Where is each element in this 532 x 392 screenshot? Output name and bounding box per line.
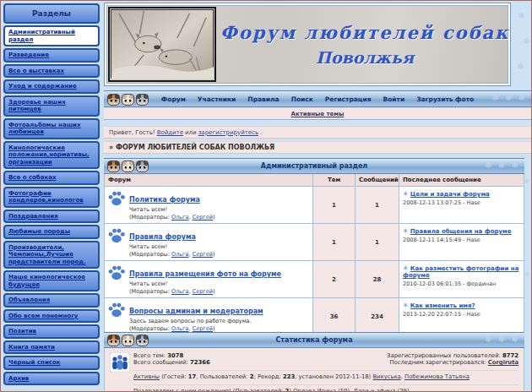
active-topics-link[interactable]: Активные темы	[291, 111, 345, 117]
sidebar-item-cynology-future[interactable]: Наше кинологическое будущее	[3, 270, 100, 291]
forum-link[interactable]: Правила размещения фото на форуме	[129, 270, 281, 278]
posts-count: 1	[355, 187, 399, 223]
birthday-age: (29)	[398, 388, 410, 392]
forum-description: Читать всем!	[129, 206, 309, 213]
last-post-link[interactable]: Как изменить имя?	[410, 302, 475, 309]
sidebar-item-archive[interactable]: Архив	[3, 372, 100, 386]
sidebar-item-blacklist[interactable]: Черный список	[3, 356, 100, 370]
sidebar-item-champions[interactable]: Производители, Чемпионы,Лучшие представи…	[3, 241, 100, 270]
moderator-link[interactable]: Сергей	[193, 288, 213, 295]
main-navbar: Форум Участники Правила Поиск Регистраци…	[104, 90, 531, 107]
topics-count: 1	[312, 187, 355, 223]
topics-count: 36	[312, 298, 355, 335]
sidebar-item-admin-section[interactable]: Административный раздел	[3, 25, 100, 46]
last-post-link[interactable]: Цели и задачи форума	[410, 191, 490, 198]
moderator-link[interactable]: Ольга	[171, 288, 189, 295]
nav-forum[interactable]: Форум	[161, 95, 186, 103]
total-topics-value: 3078	[167, 352, 183, 359]
register-link[interactable]: зарегистрируйтесь	[198, 129, 258, 136]
forum-link[interactable]: Вопросы админам и модераторам	[129, 308, 263, 315]
last-post-link[interactable]: Как разместить фотографии на форуме	[403, 265, 518, 279]
registered-value: 8772	[502, 352, 518, 359]
last-post-icon: ✳	[403, 227, 409, 235]
banner-title: Форум любителей собак Поволжья	[220, 3, 510, 85]
sidebar-item-memory-book[interactable]: Книга памяти	[3, 340, 100, 355]
snowflake-icon: ❄	[524, 178, 529, 185]
banner-title-line2: Поволжья	[316, 48, 414, 67]
greeting-bar: Привет, Гость! Войдите или зарегистрируй…	[104, 126, 531, 139]
sidebar-item-shows[interactable]: Все о выставках	[3, 64, 100, 79]
topics-count: 2	[312, 261, 355, 297]
forum-moderators: (Модераторы: Ольга, Сергей)	[129, 251, 309, 258]
moderator-link[interactable]: Сергей	[193, 325, 213, 332]
sidebar-item-all-about-dogs[interactable]: Все о собаках	[3, 171, 100, 185]
moderators-separator: ,	[189, 325, 191, 332]
birthday-user-link[interactable]: Орлова Ирина	[293, 388, 336, 392]
paw-icon	[108, 228, 125, 258]
active-user-link[interactable]: Викуська	[372, 373, 400, 380]
sidebar-item-health[interactable]: Здоровье наших питомцев	[3, 95, 100, 117]
sidebar-item-congratulations[interactable]: Поздравления	[3, 210, 100, 224]
nav-rules[interactable]: Правила	[247, 95, 279, 103]
sidebar-item-favorite-breeds[interactable]: Любимые породы	[3, 225, 100, 239]
moderator-link[interactable]: Ольга	[171, 214, 189, 220]
dog-icon	[136, 335, 149, 346]
posts-count: 28	[355, 261, 399, 297]
forum-row: Правила размещения фото на форуме Читать…	[105, 261, 524, 298]
sidebar-item-positive[interactable]: Позитив	[3, 324, 100, 339]
column-last-post: Последнее сообщение	[399, 174, 524, 186]
posts-count: 234	[355, 298, 399, 335]
total-posts-value: 72366	[190, 359, 210, 366]
forum-link[interactable]: Политика форума	[129, 196, 200, 204]
column-posts: Сообщений	[355, 174, 399, 186]
paw-icon	[108, 302, 125, 332]
snowflake-icon: ❄	[524, 271, 529, 278]
sidebar-item-handler-photos[interactable]: Фотографии хендлеров,кинологов	[3, 187, 100, 208]
dog-icon	[107, 161, 120, 172]
sidebar-item-breeding[interactable]: Разведение	[3, 48, 100, 63]
moderators-label: (Модераторы:	[129, 325, 170, 332]
nav-upload-photo[interactable]: Загрузить фото	[416, 95, 474, 103]
sidebar-item-ads[interactable]: Объявления	[3, 293, 100, 308]
statistics-header: Статистика форума ❄ ❄ ❄	[104, 332, 524, 348]
nav-login[interactable]: Войти	[383, 95, 404, 103]
forum-link[interactable]: Правила форума	[129, 233, 196, 241]
sidebar-item-care[interactable]: Уход и содержание	[3, 79, 100, 94]
nav-registration[interactable]: Регистрация	[325, 95, 372, 103]
dogs-decoration	[107, 335, 150, 346]
sidebar-item-misc[interactable]: Обо всем понемногу	[3, 309, 100, 324]
birthday-close: )	[289, 388, 291, 392]
active-topics-bar: Активные темы	[104, 107, 531, 120]
forum-row: Правила форума Читать всем! (Модераторы:…	[105, 224, 524, 261]
moderators-end: )	[213, 214, 215, 220]
dog-icon	[122, 335, 134, 346]
active-user-link[interactable]: Побежимова Татьяна	[404, 373, 470, 380]
active-mid3: , установлен 2012-11-18)	[295, 373, 371, 380]
moderator-link[interactable]: Сергей	[193, 251, 213, 258]
active-users-link[interactable]: Активны	[133, 373, 160, 380]
forum-row: Вопросы админам и модераторам Здесь зада…	[105, 298, 524, 335]
sidebar-item-photoalbums[interactable]: Фотоальбомы наших любимцев	[3, 118, 100, 139]
forum-moderators: (Модераторы: Ольга, Сергей)	[129, 288, 309, 295]
record-count: 223	[283, 373, 295, 380]
last-registered-link[interactable]: Corgiruta	[488, 359, 518, 366]
greeting-text: Привет, Гость!	[109, 129, 155, 136]
sidebar-item-cynology-regulations[interactable]: Кинологические положения,нормативы, орга…	[3, 141, 100, 170]
last-post-link[interactable]: Правила общения на форуме	[410, 228, 512, 235]
dog-icon	[107, 94, 120, 106]
moderators-end: )	[213, 251, 215, 258]
moderator-link[interactable]: Ольга	[171, 251, 189, 258]
birthday-user-link[interactable]: Лапи и афина	[354, 388, 396, 392]
moderator-link[interactable]: Ольга	[171, 325, 189, 332]
moderator-link[interactable]: Сергей	[193, 214, 213, 220]
statistics-body: Всего тем: 3078 Всего сообщений: 72366 З…	[104, 348, 524, 392]
paw-icon	[108, 265, 125, 295]
nav-search[interactable]: Поиск	[291, 95, 313, 103]
snowflakes-decoration: ❄ ❄ ❄	[492, 93, 528, 102]
active-mid2: ; Рекорд:	[253, 373, 280, 380]
forum-section-title: Административный раздел	[261, 162, 367, 170]
column-topics: Тем	[312, 174, 355, 186]
login-link[interactable]: Войдите	[157, 129, 183, 136]
nav-members[interactable]: Участники	[198, 95, 236, 103]
snowflake-icon: ❄	[517, 62, 524, 71]
